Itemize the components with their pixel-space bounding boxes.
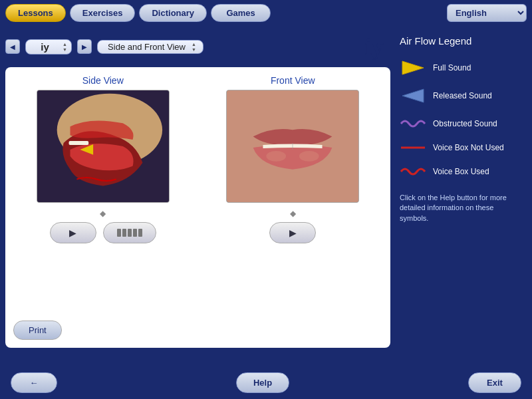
bottom-bar: ← Help Exit — [0, 366, 532, 399]
svg-marker-9 — [402, 89, 424, 102]
phoneme-selector: iy ▲ ▼ — [25, 39, 72, 55]
side-view-label: Side View — [82, 75, 124, 86]
svg-marker-8 — [402, 61, 424, 74]
exit-button[interactable]: Exit — [468, 372, 521, 393]
front-view-play-button[interactable]: ▶ — [269, 222, 316, 243]
exercises-tab[interactable]: Exercises — [70, 4, 136, 22]
side-view-controls: ▶ — [50, 222, 156, 243]
phoneme-row: ◀ iy ▲ ▼ ▶ Side and Front View ▲ ▼ iy — [5, 30, 390, 63]
spinner-down-icon[interactable]: ▼ — [63, 47, 67, 52]
games-tab[interactable]: Games — [211, 4, 271, 22]
front-view-controls: ▶ — [269, 222, 316, 243]
side-view-slider[interactable]: ◆ — [100, 209, 106, 218]
phoneme-spinner[interactable]: ▲ ▼ — [63, 42, 67, 52]
content-box: Side View — [5, 67, 390, 348]
language-select[interactable]: English Spanish — [447, 4, 527, 22]
dictionary-tab[interactable]: Dictionary — [139, 4, 207, 22]
front-view-image — [226, 90, 359, 203]
view-mode-label: Side and Front View — [104, 42, 189, 52]
voicebox-used-icon — [400, 162, 426, 181]
legend-panel: Air Flow Legend Full Sound Released Soun… — [397, 30, 527, 348]
film-strip-icon — [117, 229, 142, 237]
front-view-slider-diamond-icon[interactable]: ◆ — [290, 209, 296, 218]
phoneme-prev-button[interactable]: ◀ — [5, 39, 20, 54]
legend-voicebox-used: Voice Box Used — [400, 162, 524, 181]
released-sound-icon — [400, 86, 426, 105]
released-sound-label: Released Sound — [433, 91, 492, 100]
main-area: ◀ iy ▲ ▼ ▶ Side and Front View ▲ ▼ iy — [0, 26, 532, 352]
phoneme-value: iy — [30, 41, 60, 53]
lessons-tab[interactable]: Lessons — [5, 4, 66, 22]
side-view-section: Side View — [37, 75, 170, 243]
legend-obstructed-sound: Obstructed Sound — [400, 114, 524, 133]
views-row: Side View — [13, 75, 382, 243]
back-button[interactable]: ← — [11, 372, 57, 393]
legend-full-sound: Full Sound — [400, 59, 524, 77]
spinner-up-icon[interactable]: ▲ — [63, 42, 67, 47]
front-view-label: Front View — [271, 75, 315, 86]
film-strip-button[interactable] — [103, 222, 156, 243]
full-sound-icon — [400, 59, 426, 77]
side-view-image — [37, 90, 170, 203]
svg-rect-2 — [68, 141, 88, 145]
side-view-svg — [37, 90, 169, 203]
svg-point-7 — [299, 151, 319, 162]
front-view-slider[interactable]: ◆ — [290, 209, 296, 218]
side-view-play-button[interactable]: ▶ — [50, 222, 96, 243]
phoneme-large-display: iy — [365, 33, 384, 61]
front-play-icon: ▶ — [289, 227, 297, 238]
back-icon: ← — [30, 378, 39, 388]
view-spinner-up-icon[interactable]: ▲ — [192, 42, 196, 47]
legend-title: Air Flow Legend — [400, 35, 524, 47]
svg-point-6 — [267, 151, 287, 162]
obstructed-sound-label: Obstructed Sound — [433, 119, 497, 128]
legend-released-sound: Released Sound — [400, 86, 524, 105]
obstructed-sound-icon — [400, 114, 426, 133]
view-spinner[interactable]: ▲ ▼ — [192, 42, 196, 52]
view-mode-selector: Side and Front View ▲ ▼ — [97, 40, 203, 54]
full-sound-label: Full Sound — [433, 63, 471, 72]
help-button[interactable]: Help — [236, 372, 289, 393]
left-panel: ◀ iy ▲ ▼ ▶ Side and Front View ▲ ▼ iy — [5, 30, 390, 348]
front-view-section: Front View — [226, 75, 359, 243]
legend-help-text: Click on the Help button for more detail… — [400, 193, 524, 223]
voicebox-not-used-icon — [400, 142, 426, 153]
side-view-slider-diamond-icon[interactable]: ◆ — [100, 209, 106, 218]
phoneme-next-button[interactable]: ▶ — [77, 39, 92, 54]
front-view-svg — [227, 90, 358, 203]
legend-voicebox-not-used: Voice Box Not Used — [400, 142, 524, 153]
print-button[interactable]: Print — [13, 321, 62, 340]
view-spinner-down-icon[interactable]: ▼ — [192, 47, 196, 52]
top-navigation: Lessons Exercises Dictionary Games Engli… — [0, 0, 532, 26]
voicebox-used-label: Voice Box Used — [433, 167, 489, 176]
side-play-icon: ▶ — [69, 227, 76, 238]
voicebox-not-used-label: Voice Box Not Used — [433, 143, 504, 152]
